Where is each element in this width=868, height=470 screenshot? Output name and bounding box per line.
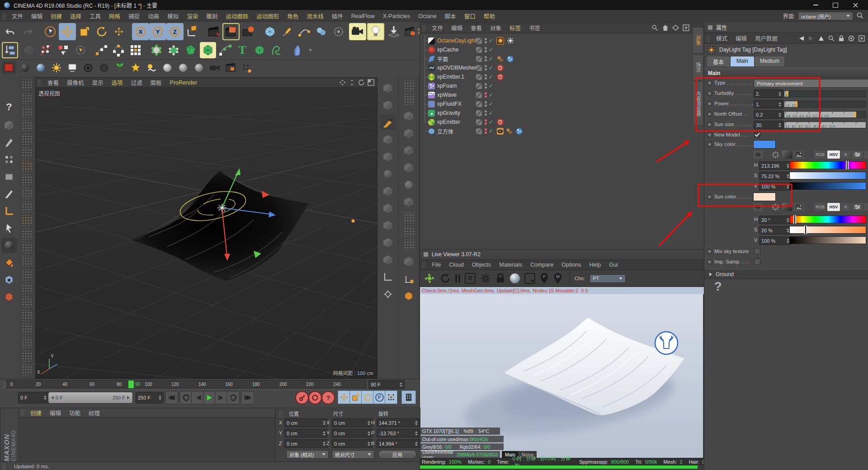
- om-visibility-dots[interactable]: [485, 110, 487, 116]
- size-x-field[interactable]: 0 cm: [332, 418, 373, 427]
- imp-samp-checkbox[interactable]: [754, 258, 760, 265]
- octane-hdri-env-button[interactable]: [128, 61, 142, 74]
- lv-menu-materials[interactable]: Materials: [495, 262, 526, 268]
- rot-h-field[interactable]: 144.371 °: [377, 418, 420, 427]
- lv-title-bar[interactable]: Live Viewer 3.07-R2: [420, 249, 704, 260]
- coord-mode-dropdown[interactable]: 对象 (相对): [286, 450, 329, 459]
- viewport-menu-panel[interactable]: 面板: [146, 78, 166, 87]
- enable-axis-button[interactable]: [72, 42, 89, 58]
- attr-target-icon[interactable]: [848, 35, 854, 42]
- keyframe-selection-button[interactable]: ?: [321, 391, 335, 404]
- menu-motion-tracker[interactable]: 运动跟踪: [222, 12, 252, 20]
- viewport-menu-prorender[interactable]: ProRender: [166, 80, 201, 86]
- palette-cube-button[interactable]: [380, 98, 396, 113]
- om-enabled-check[interactable]: ✓: [489, 83, 493, 89]
- object-row-xpovdbmesher[interactable]: xpOVDBMesher ✓: [420, 63, 699, 72]
- sun-v-field[interactable]: 100 %: [759, 236, 792, 245]
- viewport-menu-grip[interactable]: [38, 80, 42, 86]
- pos-y-field[interactable]: 0 cm: [284, 429, 328, 437]
- mm-menu-texture[interactable]: 纹理: [85, 409, 104, 417]
- palette-sphere-button[interactable]: [401, 177, 417, 193]
- display-tag-icon[interactable]: [497, 128, 504, 135]
- om-layer-box[interactable]: [476, 128, 482, 134]
- key-position-toggle[interactable]: [338, 390, 350, 404]
- octane-texture-sphere-2[interactable]: [176, 61, 190, 74]
- cube-primitive-tool[interactable]: [251, 42, 268, 58]
- sun-size-slider[interactable]: 3.1 6.1 9.1 12.1 15.1 18.1 21.9: [784, 122, 866, 128]
- om-visibility-dots-off[interactable]: [485, 119, 487, 125]
- scale-tool[interactable]: [76, 23, 93, 40]
- lv-menu-grip[interactable]: [422, 262, 426, 268]
- menu-realflow[interactable]: RealFlow: [347, 13, 379, 19]
- make-editable-button[interactable]: [2, 42, 18, 58]
- lv-material-picker-icon[interactable]: M: [553, 273, 562, 284]
- stage-object-tool[interactable]: [401, 23, 419, 40]
- sun-value-bar[interactable]: [789, 236, 866, 244]
- viewport-pan-icon[interactable]: [339, 79, 346, 86]
- texture-mode-button[interactable]: [38, 42, 54, 58]
- last-tool[interactable]: [110, 23, 127, 40]
- om-layer-box[interactable]: [476, 47, 482, 53]
- palette-button[interactable]: [403, 94, 414, 105]
- lv-menu-options[interactable]: Options: [557, 262, 585, 268]
- points-cage-tool[interactable]: [148, 42, 165, 58]
- om-enabled-check[interactable]: ✓: [489, 74, 493, 80]
- end-frame-field[interactable]: 250 F: [136, 392, 164, 404]
- render-to-picture-viewer-button[interactable]: [222, 23, 240, 40]
- menu-plugins[interactable]: 插件: [328, 12, 347, 20]
- octane-daylight-button[interactable]: [49, 61, 63, 74]
- menu-pipeline[interactable]: 流水线: [302, 12, 328, 20]
- om-enabled-check[interactable]: ✓: [489, 119, 493, 125]
- sky-v-field[interactable]: 100 %: [759, 182, 792, 191]
- model-mode-button[interactable]: [21, 42, 37, 58]
- mm-menu-create[interactable]: 创建: [26, 409, 46, 417]
- redo-button[interactable]: [19, 23, 36, 40]
- palette-button[interactable]: [21, 229, 32, 240]
- field-tool[interactable]: [330, 23, 347, 40]
- menu-snap[interactable]: 捕捉: [124, 12, 144, 20]
- help-tool[interactable]: ?: [1, 99, 17, 115]
- palette-cube-button[interactable]: [380, 80, 396, 96]
- octane-texture-sphere-1[interactable]: [160, 61, 174, 74]
- coordinate-system-toggle[interactable]: [184, 23, 201, 40]
- type-radio[interactable]: [707, 80, 712, 86]
- lv-lock-resolution-icon[interactable]: [495, 273, 505, 284]
- minimize-button[interactable]: [807, 0, 825, 10]
- next-key-button[interactable]: [215, 391, 228, 404]
- om-layer-box[interactable]: [476, 101, 482, 107]
- om-enabled-check[interactable]: ✓: [489, 38, 493, 44]
- spectrum-mode-button[interactable]: [864, 150, 868, 159]
- palette-cube-button[interactable]: [380, 149, 396, 164]
- text-object-tool[interactable]: T: [234, 42, 250, 58]
- om-filter-icon[interactable]: [672, 24, 679, 31]
- palette-button[interactable]: [403, 240, 414, 250]
- spectrum-mode-button[interactable]: [864, 203, 868, 211]
- palette-button[interactable]: [21, 215, 32, 226]
- palette-button[interactable]: [21, 337, 32, 348]
- sky-color-swatch[interactable]: [753, 140, 776, 149]
- box-tool[interactable]: [1, 169, 17, 184]
- selection-filter-tool[interactable]: [1, 152, 17, 167]
- palette-button[interactable]: [403, 80, 414, 91]
- attr-menu-mode[interactable]: 模式: [712, 34, 731, 42]
- menu-window[interactable]: 窗口: [460, 12, 480, 20]
- turbidity-radio[interactable]: [707, 90, 712, 96]
- palette-button[interactable]: [21, 107, 32, 118]
- om-add-icon[interactable]: [683, 24, 689, 31]
- turbidity-field[interactable]: 2.: [754, 89, 783, 98]
- object-row-xpfluidfx[interactable]: xpFluidFX ✓: [420, 99, 699, 108]
- om-menu-objects[interactable]: 对象: [486, 24, 505, 32]
- move-tool[interactable]: [59, 23, 76, 40]
- om-visibility-dots[interactable]: [485, 101, 487, 107]
- playhead[interactable]: [128, 381, 134, 388]
- om-layer-box[interactable]: [476, 119, 482, 125]
- sun-size-field[interactable]: 30.: [754, 121, 783, 129]
- octane-material-black-button[interactable]: [18, 61, 32, 74]
- play-backwards-button[interactable]: [179, 391, 193, 404]
- lv-menu-file[interactable]: File: [428, 262, 445, 268]
- sun-hue-bar[interactable]: [789, 216, 866, 223]
- palette-cubes-button[interactable]: [380, 132, 396, 147]
- om-enabled-check[interactable]: ✓: [489, 47, 493, 53]
- close-button[interactable]: [846, 0, 864, 10]
- north-offset-slider[interactable]: -0.8 -0.6 -0.4 -0.2 -0.0 0.2 0.4: [784, 111, 866, 118]
